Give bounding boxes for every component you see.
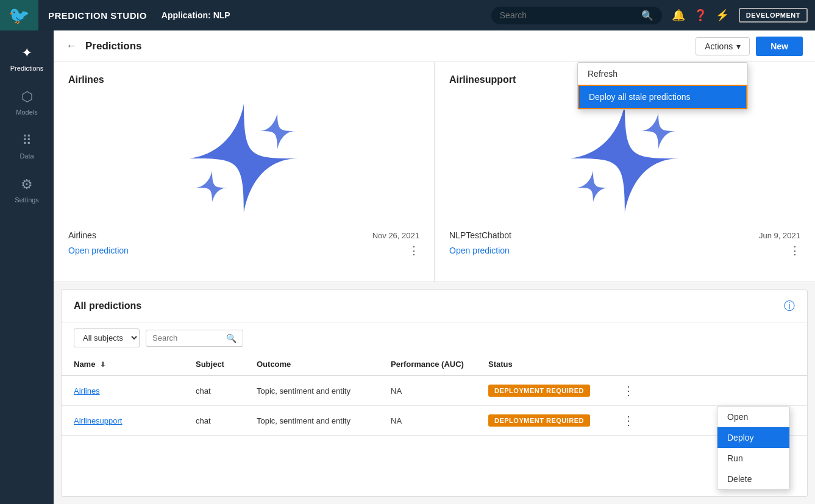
nav-icons: 🔔 ❓ ⚡	[672, 9, 729, 22]
help-icon[interactable]: ❓	[694, 9, 707, 22]
table-row: Airlines chat Topic, sentiment and entit…	[62, 375, 807, 406]
status-badge-airlines: DEPLOYMENT REQUIRED	[488, 385, 590, 397]
page-header: ← Predictions Actions ▾ New Refresh Depl…	[54, 30, 815, 62]
card-actions-airlinesupport: Open prediction ⋮	[449, 244, 800, 257]
more-options-airlinesupport[interactable]: ⋮	[789, 244, 800, 257]
cell-subject-airlinesupport: chat	[183, 406, 244, 436]
col-header-outcome: Outcome	[244, 353, 379, 375]
card-actions-airlines: Open prediction ⋮	[68, 244, 419, 257]
card-date-airlines: Nov 26, 2021	[372, 231, 419, 240]
cell-outcome-airlines: Topic, sentiment and entity	[244, 375, 379, 406]
predictions-search-input[interactable]	[152, 333, 226, 343]
open-prediction-airlinesupport[interactable]: Open prediction	[449, 246, 510, 255]
context-open[interactable]: Open	[717, 406, 789, 427]
col-header-performance: Performance (AUC)	[379, 353, 476, 375]
back-arrow[interactable]: ←	[66, 40, 77, 52]
sidebar-item-data[interactable]: ⠿ Data	[0, 124, 54, 168]
data-icon: ⠿	[22, 133, 32, 149]
open-prediction-airlines[interactable]: Open prediction	[68, 246, 129, 255]
table-row: Airlinesupport chat Topic, sentiment and…	[62, 406, 807, 436]
search-input[interactable]	[500, 10, 638, 20]
prediction-card-airlines: Airlines Airlines Nov 26, 2021	[54, 62, 435, 282]
env-badge: DEVELOPMENT	[739, 8, 808, 23]
logo-area: 🐦	[0, 0, 38, 30]
link-airlines[interactable]: Airlines	[74, 386, 100, 396]
search-icon: 🔍	[641, 10, 653, 21]
col-header-name: Name ⬇	[62, 353, 183, 375]
actions-dropdown: Refresh Deploy all stale predictions	[577, 62, 748, 110]
sidebar: ✦ Predictions ⬡ Models ⠿ Data ⚙ Settings	[0, 30, 54, 504]
app-context: Application: NLP	[162, 10, 230, 20]
status-badge-airlinesupport: DEPLOYMENT REQUIRED	[488, 414, 590, 427]
search-bar[interactable]: 🔍	[491, 7, 662, 24]
chevron-down-icon: ▾	[736, 41, 741, 51]
card-title-airlines: Airlines	[68, 74, 419, 85]
table-body: Airlines chat Topic, sentiment and entit…	[62, 375, 807, 436]
actions-label: Actions	[705, 41, 733, 51]
col-header-actions	[610, 353, 807, 375]
row-context-menu: Open Deploy Run Delete	[717, 406, 790, 490]
cell-name-airlinesupport: Airlinesupport	[62, 406, 183, 436]
actions-deploy-all[interactable]: Deploy all stale predictions	[578, 85, 747, 109]
main-content: ← Predictions Actions ▾ New Refresh Depl…	[54, 30, 815, 504]
sparkle-svg-airlinesupport	[564, 98, 686, 219]
card-icon-airlinesupport	[449, 91, 800, 225]
subject-filter[interactable]: All subjects	[74, 328, 140, 347]
search-input-container: 🔍	[146, 330, 243, 347]
col-header-status: Status	[476, 353, 610, 375]
card-date-airlinesupport: Jun 9, 2021	[759, 231, 800, 240]
bell-icon[interactable]: 🔔	[672, 9, 685, 22]
models-icon: ⬡	[21, 89, 33, 105]
sparkle-svg-airlines	[183, 98, 305, 219]
cell-rowactions-airlines: ⋮	[610, 375, 807, 406]
help-circle-icon[interactable]: ⓘ	[784, 299, 795, 313]
card-icon-airlines	[68, 91, 419, 225]
context-run[interactable]: Run	[717, 448, 789, 469]
card-name-airlines: Airlines	[68, 230, 96, 240]
page-title: Predictions	[85, 40, 142, 52]
cell-performance-airlinesupport: NA	[379, 406, 476, 436]
context-delete[interactable]: Delete	[717, 469, 789, 489]
cell-status-airlines: DEPLOYMENT REQUIRED	[476, 375, 610, 406]
more-options-airlines[interactable]: ⋮	[408, 244, 419, 257]
sidebar-item-models[interactable]: ⬡ Models	[0, 80, 54, 124]
card-footer-airlinesupport: NLPTestChatbot Jun 9, 2021	[449, 230, 800, 240]
cell-rowactions-airlinesupport: ⋮ Open Deploy Run Delete	[610, 406, 807, 436]
actions-refresh[interactable]: Refresh	[578, 63, 747, 85]
predictions-icon: ✦	[21, 45, 32, 61]
cell-subject-airlines: chat	[183, 375, 244, 406]
sidebar-item-predictions[interactable]: ✦ Predictions	[0, 37, 54, 80]
cell-outcome-airlinesupport: Topic, sentiment and entity	[244, 406, 379, 436]
col-header-subject: Subject	[183, 353, 244, 375]
cell-status-airlinesupport: DEPLOYMENT REQUIRED	[476, 406, 610, 436]
sidebar-label-settings: Settings	[15, 196, 39, 204]
all-predictions-title: All predictions	[74, 300, 141, 311]
row-more-airlines[interactable]: ⋮	[622, 384, 635, 397]
search-icon-sm: 🔍	[226, 333, 237, 343]
new-button[interactable]: New	[756, 37, 803, 56]
row-more-airlinesupport[interactable]: ⋮	[622, 414, 635, 427]
header-actions: Actions ▾ New	[696, 37, 803, 56]
sidebar-label-predictions: Predictions	[10, 65, 43, 72]
logo-icon: 🐦	[9, 5, 30, 26]
all-predictions-section: All predictions ⓘ All subjects 🔍	[61, 289, 808, 497]
app-title: PREDICTION STUDIO	[48, 10, 147, 21]
sort-icon: ⬇	[100, 361, 105, 368]
link-airlinesupport[interactable]: Airlinesupport	[74, 416, 123, 425]
table-container: Name ⬇ Subject Outcome Performance (AUC)…	[62, 353, 807, 436]
all-predictions-header: All predictions ⓘ	[62, 290, 807, 322]
layout: ✦ Predictions ⬡ Models ⠿ Data ⚙ Settings…	[0, 30, 815, 504]
settings-icon: ⚙	[21, 177, 33, 193]
predictions-table: Name ⬇ Subject Outcome Performance (AUC)…	[62, 353, 807, 436]
context-deploy[interactable]: Deploy	[717, 427, 789, 448]
filter-row: All subjects 🔍	[62, 322, 807, 353]
lightning-icon[interactable]: ⚡	[716, 9, 729, 22]
actions-button[interactable]: Actions ▾	[696, 37, 750, 55]
card-footer-airlines: Airlines Nov 26, 2021	[68, 230, 419, 240]
sidebar-label-models: Models	[16, 108, 37, 116]
table-header: Name ⬇ Subject Outcome Performance (AUC)…	[62, 353, 807, 375]
sidebar-item-settings[interactable]: ⚙ Settings	[0, 168, 54, 212]
card-name-airlinesupport: NLPTestChatbot	[449, 230, 511, 240]
top-nav: 🐦 PREDICTION STUDIO Application: NLP 🔍 🔔…	[0, 0, 815, 30]
sidebar-label-data: Data	[20, 152, 34, 160]
